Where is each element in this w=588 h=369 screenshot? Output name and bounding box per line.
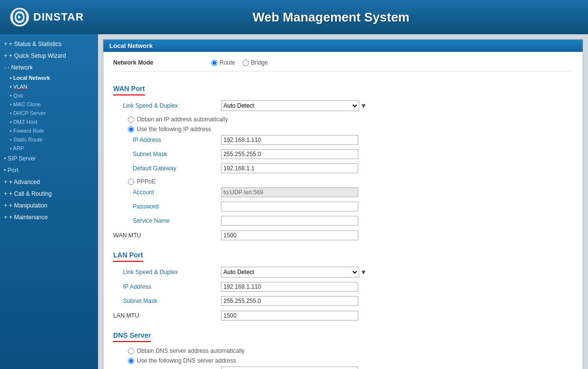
main-content: Local Network Network Mode Route Bridge [98, 34, 588, 369]
wan-service-name-input[interactable] [221, 216, 358, 226]
wan-service-name-label: Service Name [113, 217, 221, 224]
wan-default-gateway-row: Default Gateway [113, 162, 573, 174]
wan-account-row: Account [113, 186, 573, 198]
lan-ip-address-row: IP Address [113, 281, 573, 293]
wan-service-name-row: Service Name [113, 215, 573, 227]
wan-password-input[interactable] [221, 202, 358, 211]
bridge-radio[interactable] [243, 60, 249, 66]
wan-mtu-input[interactable] [221, 231, 358, 240]
wan-password-label: Password [113, 203, 221, 210]
wan-ip-address-row: IP Address [113, 134, 573, 146]
panel-body: Network Mode Route Bridge [103, 52, 583, 369]
wan-mtu-label: WAN MTU [113, 232, 221, 239]
wan-ip-address-input[interactable] [221, 135, 358, 145]
wan-password-row: Password [113, 201, 573, 212]
wan-obtain-auto-option[interactable]: Obtain an IP address automatically [113, 115, 573, 124]
sidebar-item-network[interactable]: - Network [0, 62, 98, 73]
logo-area: DINSTAR [10, 7, 84, 27]
panel-title: Local Network [103, 40, 583, 52]
sidebar-item-sip-server[interactable]: • SIP Server [0, 153, 98, 164]
wan-ip-address-label: IP Address [113, 137, 221, 143]
wan-subnet-mask-row: Subnet Mask [113, 148, 573, 160]
lan-link-speed-select[interactable]: Auto Detect 10M Half 10M Full 100M Half … [221, 267, 359, 277]
dns-obtain-auto-option[interactable]: Obtain DNS server address automatically [113, 346, 573, 356]
wan-pppoe-radio[interactable] [128, 179, 134, 185]
wan-default-gateway-label: Default Gateway [113, 165, 221, 172]
wan-link-speed-dropdown-icon: ▼ [360, 102, 367, 110]
sidebar-item-dhcp-server[interactable]: • DHCP Server [0, 109, 98, 117]
sidebar-item-maintenance[interactable]: + Maintenance [0, 211, 98, 223]
dns-use-following-label: Use the following DNS server address [137, 357, 236, 364]
wan-subnet-mask-label: Subnet Mask [113, 151, 221, 158]
dns-obtain-auto-label: Obtain DNS server address automatically [137, 347, 245, 354]
dns-obtain-auto-radio[interactable] [128, 348, 134, 354]
wan-pppoe-label: PPPoE [137, 178, 156, 185]
sidebar-item-vlan[interactable]: • VLAN [0, 82, 98, 91]
main-layout: + Status & Statistics + Quick Setup Wiza… [0, 34, 588, 369]
dns-primary-input[interactable] [221, 367, 358, 369]
wan-use-following-radio[interactable] [128, 126, 134, 133]
lan-ip-address-input[interactable] [221, 282, 358, 292]
wan-subnet-mask-input[interactable] [221, 149, 358, 159]
sidebar: + Status & Statistics + Quick Setup Wiza… [0, 34, 98, 369]
dns-server-header: DNS Server [113, 325, 573, 346]
dns-primary-row: Primary DNS Server [113, 366, 573, 369]
logo-text: DINSTAR [33, 11, 84, 23]
wan-link-speed-row: Link Speed & Duplex Auto Detect 10M Half… [113, 99, 573, 112]
sidebar-item-manipulation[interactable]: + Manipulation [0, 200, 98, 211]
header-title: Web Management System [84, 10, 578, 25]
route-radio-item[interactable]: Route [211, 59, 235, 66]
lan-port-section: LAN Port Link Speed & Duplex Auto Detect… [113, 245, 573, 321]
wan-use-following-label: Use the following IP address [137, 126, 211, 133]
route-radio[interactable] [211, 60, 218, 66]
wan-port-section: WAN Port Link Speed & Duplex Auto Detect… [113, 79, 573, 240]
lan-subnet-mask-label: Subnet Mask [113, 298, 221, 304]
lan-subnet-mask-input[interactable] [221, 296, 358, 306]
lan-ip-address-label: IP Address [113, 283, 221, 290]
wan-pppoe-option[interactable]: PPPoE [113, 177, 573, 186]
wan-obtain-auto-label: Obtain an IP address automatically [137, 116, 228, 123]
sidebar-item-status-statistics[interactable]: + Status & Statistics [0, 38, 98, 50]
sidebar-item-call-routing[interactable]: + Call & Routing [0, 188, 98, 200]
network-mode-radio-group: Route Bridge [211, 59, 268, 66]
lan-link-speed-row: Link Speed & Duplex Auto Detect 10M Half… [113, 266, 573, 278]
header: DINSTAR Web Management System [0, 0, 588, 34]
local-network-panel: Local Network Network Mode Route Bridge [103, 39, 583, 369]
lan-link-speed-dropdown-icon: ▼ [360, 268, 367, 276]
lan-mtu-input[interactable] [221, 311, 358, 321]
sidebar-item-quick-setup-wizard[interactable]: + Quick Setup Wizard [0, 50, 98, 62]
sidebar-item-advanced[interactable]: + Advanced [0, 176, 98, 188]
dns-server-section: DNS Server Obtain DNS server address aut… [113, 325, 573, 369]
sidebar-item-port[interactable]: • Port [0, 164, 98, 176]
bridge-label: Bridge [251, 59, 268, 66]
network-mode-label: Network Mode [113, 59, 211, 66]
sidebar-item-mac-clone[interactable]: • MAC Clone [0, 100, 98, 109]
lan-link-speed-label: Link Speed & Duplex [113, 269, 221, 276]
bridge-radio-item[interactable]: Bridge [243, 59, 268, 66]
wan-port-header: WAN Port [113, 79, 573, 99]
wan-mtu-row: WAN MTU [113, 231, 573, 240]
sidebar-item-foward-rule[interactable]: • Foward Rule [0, 126, 98, 135]
lan-subnet-mask-row: Subnet Mask [113, 295, 573, 307]
wan-link-speed-select[interactable]: Auto Detect 10M Half 10M Full 100M Half … [221, 100, 359, 111]
wan-link-speed-label: Link Speed & Duplex [113, 102, 221, 109]
dns-use-following-option[interactable]: Use the following DNS server address [113, 356, 573, 366]
wan-default-gateway-input[interactable] [221, 163, 358, 173]
sidebar-item-qos[interactable]: • Qos [0, 91, 98, 100]
lan-mtu-label: LAN MTU [113, 312, 221, 319]
wan-account-label: Account [113, 189, 221, 196]
sidebar-item-local-network[interactable]: • Local Network [0, 73, 98, 82]
sidebar-item-static-route[interactable]: • Static Route [0, 135, 98, 144]
wan-obtain-auto-radio[interactable] [128, 116, 134, 123]
sidebar-item-arp[interactable]: • ARP [0, 144, 98, 153]
sidebar-item-dmz-host[interactable]: • DMZ Host [0, 117, 98, 126]
wan-use-following-option[interactable]: Use the following IP address [113, 124, 573, 134]
route-label: Route [220, 59, 235, 66]
lan-mtu-row: LAN MTU [113, 311, 573, 321]
dns-use-following-radio[interactable] [128, 358, 134, 364]
network-mode-row: Network Mode Route Bridge [113, 59, 573, 71]
lan-port-header: LAN Port [113, 245, 573, 266]
dinstar-logo-icon [10, 7, 29, 27]
wan-account-input[interactable] [221, 187, 358, 197]
